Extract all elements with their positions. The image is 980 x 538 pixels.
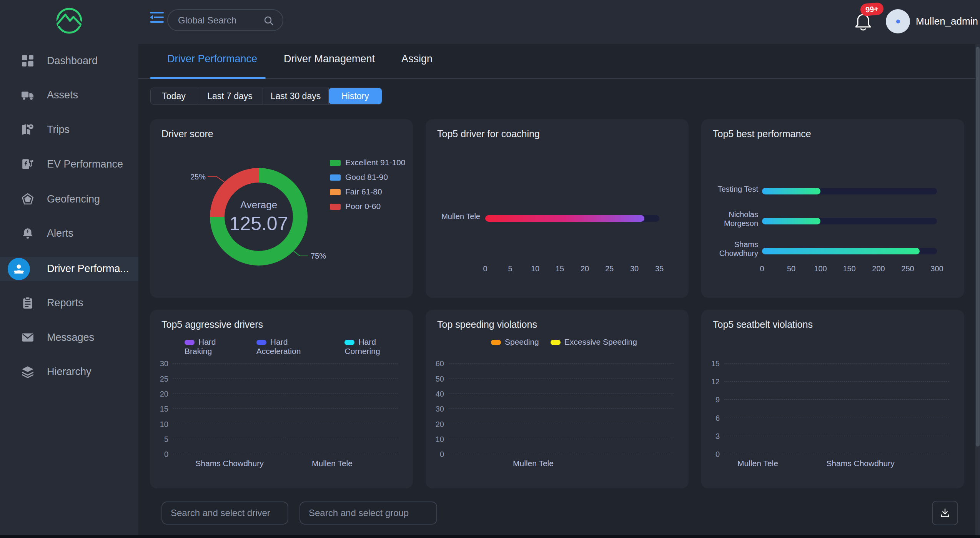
- card-title: Top5 best performance: [713, 128, 811, 139]
- legend-item-hard-cornering: Hard Cornering: [344, 337, 413, 356]
- clipboard-icon: [21, 296, 34, 309]
- y-tick: 3: [701, 432, 720, 441]
- app-logo[interactable]: [54, 5, 85, 36]
- card-title: Top5 aggressive drivers: [161, 319, 263, 330]
- sidebar-item-messages[interactable]: Messages: [0, 325, 138, 349]
- envelope-icon: [21, 331, 34, 344]
- x-tick: 10: [524, 264, 547, 273]
- best-perf-bar-nicholas-morgeson: [762, 218, 820, 224]
- sidebar-item-geofencing[interactable]: Geofencing: [0, 187, 138, 211]
- x-tick: 0: [474, 264, 497, 273]
- x-tick: 250: [896, 264, 919, 273]
- global-search-input[interactable]: [168, 15, 256, 26]
- sidebar-item-assets[interactable]: Assets: [0, 83, 138, 107]
- best-perf-bar-shams-chowdhury: [762, 248, 920, 254]
- ev-charger-icon: [21, 158, 34, 171]
- sidebar-item-label: Trips: [47, 118, 70, 141]
- legend-item-hard-acceleration: Hard Acceleration: [256, 337, 333, 356]
- avatar[interactable]: [886, 9, 910, 33]
- sidebar-item-label: Hierarchy: [47, 360, 92, 384]
- x-tick: 30: [623, 264, 646, 273]
- filter-today[interactable]: Today: [151, 88, 197, 104]
- legend-item-fair: Fair 61-80: [330, 187, 382, 196]
- legend-chip-hard-acceleration: [256, 340, 266, 345]
- y-tick: 12: [701, 377, 720, 386]
- speeding-legend: Speeding Excessive Speeding: [491, 337, 637, 347]
- y-tick: 40: [426, 390, 444, 399]
- avatar-placeholder-dot: [896, 20, 900, 23]
- y-tick: 0: [701, 450, 720, 459]
- sidebar-item-label: Reports: [47, 291, 83, 315]
- truck-icon: [21, 88, 34, 101]
- sidebar-item-alerts[interactable]: Alerts: [0, 221, 138, 245]
- search-group-input[interactable]: [299, 501, 437, 525]
- sidebar-item-dashboard[interactable]: Dashboard: [0, 49, 138, 73]
- sidebar-item-hierarchy[interactable]: Hierarchy: [0, 360, 138, 384]
- active-tab-underline: [150, 77, 266, 79]
- y-tick: 10: [426, 435, 444, 444]
- y-tick: 30: [426, 405, 444, 413]
- legend-chip-speeding: [491, 340, 501, 345]
- bar-label-mullen-tele: Mullen Tele: [429, 212, 480, 221]
- x-tick: 200: [867, 264, 890, 273]
- sidebar-item-ev-performance[interactable]: EV Performance: [0, 152, 138, 176]
- sidebar-item-label: Dashboard: [47, 49, 98, 73]
- category-label: Shams Chowdhury: [187, 459, 272, 468]
- sidebar-item-label: EV Performance: [47, 152, 123, 176]
- coaching-bar-track: [485, 215, 659, 222]
- username-label: Mullen_admin: [916, 15, 978, 27]
- sidebar-item-trips[interactable]: Trips: [0, 118, 138, 141]
- sidebar: Dashboard Assets Trips EV Performance Ge…: [0, 0, 138, 535]
- speeding-violations-card: Top speeding violations Speeding Excessi…: [426, 310, 689, 488]
- x-tick: 15: [548, 264, 571, 273]
- y-tick: 20: [150, 390, 168, 399]
- sidebar-item-reports[interactable]: Reports: [0, 291, 138, 315]
- aggressive-legend: Hard Braking Hard Acceleration Hard Corn…: [185, 337, 413, 356]
- y-tick: 30: [150, 359, 168, 368]
- map-pin-icon: [21, 123, 34, 136]
- best-perf-track-3: [762, 248, 937, 254]
- search-driver-input[interactable]: [161, 501, 288, 525]
- filter-history[interactable]: History: [329, 88, 382, 104]
- legend-label: Fair 61-80: [345, 187, 382, 196]
- x-tick: 0: [750, 264, 774, 273]
- legend-item-excellent: Excellent 91-100: [330, 158, 405, 167]
- donut-callout-75: 75%: [311, 252, 326, 261]
- coaching-bar-fill: [485, 215, 644, 222]
- donut-center-value: 125.07: [230, 213, 288, 235]
- sidebar-item-label: Messages: [47, 325, 94, 349]
- tab-driver-performance[interactable]: Driver Performance: [167, 53, 257, 65]
- y-tick: 15: [150, 405, 168, 413]
- tab-driver-management[interactable]: Driver Management: [284, 53, 375, 65]
- legend-item-hard-braking: Hard Braking: [185, 337, 245, 356]
- gridline: [449, 454, 674, 454]
- x-tick: 150: [838, 264, 861, 273]
- filter-last-30-days[interactable]: Last 30 days: [263, 88, 329, 104]
- tab-assign[interactable]: Assign: [401, 53, 433, 65]
- sidebar-collapse-icon[interactable]: [149, 10, 165, 25]
- legend-item-excessive-speeding: Excessive Speeding: [551, 337, 637, 347]
- sidebar-item-driver-performance[interactable]: Driver Performa...: [0, 257, 138, 281]
- bar-label-testing-test: Testing Test: [705, 185, 758, 194]
- legend-label: Excellent 91-100: [345, 158, 405, 167]
- time-filter-group: Today Last 7 days Last 30 days History: [150, 88, 382, 105]
- filter-last-7-days[interactable]: Last 7 days: [197, 88, 263, 104]
- y-tick: 6: [701, 414, 720, 423]
- bar-label-nicholas-morgeson: Nicholas Morgeson: [705, 210, 758, 228]
- horizontal-scrollbar-track[interactable]: [0, 535, 980, 538]
- y-tick: 10: [150, 420, 168, 429]
- seatbelt-plot-area: [724, 363, 949, 454]
- download-icon: [940, 508, 950, 518]
- legend-item-good: Good 81-90: [330, 173, 388, 182]
- sidebar-item-label: Geofencing: [47, 187, 100, 211]
- speeding-plot-area: [449, 363, 674, 454]
- y-tick: 50: [426, 375, 444, 384]
- notification-count-badge: 99+: [860, 2, 884, 16]
- legend-label: Poor 0-60: [345, 202, 381, 211]
- download-button[interactable]: [932, 501, 958, 525]
- y-tick: 0: [426, 450, 444, 459]
- vertical-scrollbar-thumb[interactable]: [976, 47, 980, 447]
- card-title: Driver score: [161, 128, 213, 139]
- legend-chip-fair: [330, 189, 341, 195]
- driver-score-donut-chart: Average 125.07: [210, 168, 308, 266]
